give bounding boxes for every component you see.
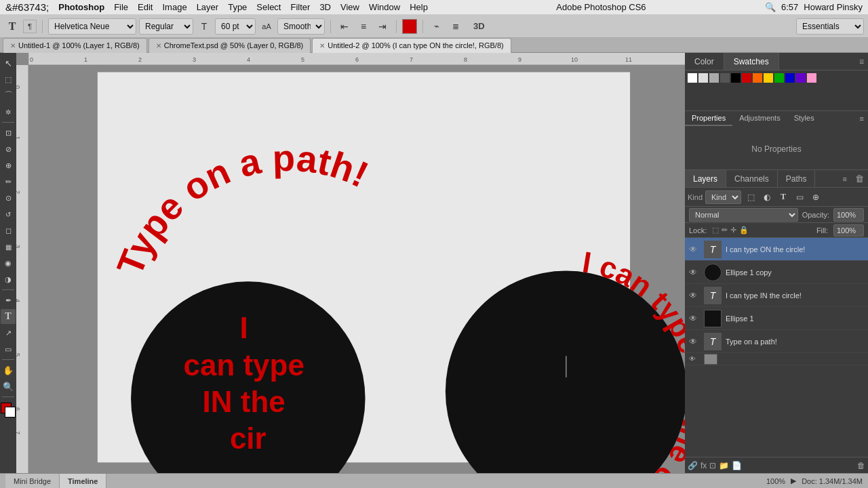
workspace-select[interactable]: Essentials xyxy=(796,18,864,35)
panel-menu-icon[interactable]: ≡ xyxy=(855,53,868,70)
menu-filter[interactable]: Filter xyxy=(290,2,310,12)
swatch-orange[interactable] xyxy=(753,73,762,83)
menu-layer[interactable]: Layer xyxy=(197,2,219,12)
tab-channels[interactable]: Channels xyxy=(726,170,778,187)
tab-timeline[interactable]: Timeline xyxy=(60,474,106,489)
new-layer-icon[interactable]: 📄 xyxy=(732,461,742,470)
tab-styles[interactable]: Styles xyxy=(787,111,821,126)
menu-view[interactable]: View xyxy=(340,2,359,12)
toggle-char-para-icon[interactable]: ≣ xyxy=(448,18,464,35)
lasso-tool[interactable]: ⌒ xyxy=(1,88,16,103)
layer-item[interactable]: 👁 Ellipse 1 copy xyxy=(685,261,868,284)
tab-untitled1[interactable]: ✕ Untitled-1 @ 100% (Layer 1, RGB/8) xyxy=(3,38,147,53)
add-mask-icon[interactable]: ⊡ xyxy=(709,461,716,470)
text-tool-icon[interactable]: T xyxy=(4,18,20,35)
menu-type[interactable]: Type xyxy=(228,2,247,12)
align-right-icon[interactable]: ⇥ xyxy=(374,18,391,35)
filter-smart-icon[interactable]: ⊕ xyxy=(809,190,823,204)
marquee-tool[interactable]: ⬚ xyxy=(1,72,16,87)
layer-visibility-4[interactable]: 👁 xyxy=(689,337,700,346)
swatch-white[interactable] xyxy=(688,73,697,83)
history-tool[interactable]: ↺ xyxy=(1,207,16,222)
lock-image-icon[interactable]: ✏ xyxy=(722,226,728,235)
kind-select[interactable]: Kind xyxy=(705,190,741,204)
align-left-icon[interactable]: ⇤ xyxy=(336,18,353,35)
swatch-darkgray[interactable] xyxy=(720,73,730,83)
layers-menu-icon[interactable]: ≡ xyxy=(839,175,851,183)
swatch-red[interactable] xyxy=(742,73,751,83)
background-color[interactable] xyxy=(5,407,16,418)
opacity-input[interactable] xyxy=(833,208,864,222)
document-canvas[interactable]: Type on a path! I can type IN the cir xyxy=(28,65,685,473)
menu-edit[interactable]: Edit xyxy=(138,2,153,12)
font-size-select[interactable]: 60 pt xyxy=(215,18,256,35)
swatch-blue[interactable] xyxy=(785,73,795,83)
blur-tool[interactable]: ◉ xyxy=(1,256,16,270)
swatch-black[interactable] xyxy=(731,73,741,83)
lock-all-icon[interactable]: 🔒 xyxy=(739,226,749,235)
tab-close-chrometext[interactable]: ✕ xyxy=(156,42,161,49)
add-style-icon[interactable]: fx xyxy=(701,461,707,470)
status-arrow[interactable]: ▶ xyxy=(791,476,796,485)
text-tool[interactable]: T xyxy=(1,309,16,324)
filter-shape-icon[interactable]: ▭ xyxy=(793,190,806,204)
swatch-lightgray[interactable] xyxy=(698,73,708,83)
layer-item[interactable]: 👁 T I can type IN the circle! xyxy=(685,284,868,307)
shape-tool[interactable]: ▭ xyxy=(1,342,16,357)
tab-close-untitled2[interactable]: ✕ xyxy=(319,42,325,49)
color-chips[interactable] xyxy=(1,403,16,418)
tab-close-untitled1[interactable]: ✕ xyxy=(10,42,16,49)
tab-layers[interactable]: Layers xyxy=(685,170,726,187)
tab-untitled2[interactable]: ✕ Untitled-2 @ 100% (I can type ON the c… xyxy=(312,38,511,53)
layer-visibility-0[interactable]: 👁 xyxy=(689,245,700,254)
blend-mode-select[interactable]: Normal xyxy=(689,208,798,222)
search-icon[interactable]: 🔍 xyxy=(765,2,776,12)
align-center-icon[interactable]: ≡ xyxy=(355,18,372,35)
swatch-purple[interactable] xyxy=(796,73,806,83)
filter-adjust-icon[interactable]: ◐ xyxy=(760,190,774,204)
faux-bold-icon[interactable]: aA xyxy=(258,18,275,35)
menu-3d[interactable]: 3D xyxy=(319,2,331,12)
zoom-tool[interactable]: 🔍 xyxy=(1,379,16,394)
delete-layer-icon[interactable]: 🗑 xyxy=(851,174,868,184)
hand-tool[interactable]: ✋ xyxy=(1,363,16,378)
tab-chrometext[interactable]: ✕ ChromeText.psd @ 50% (Layer 0, RGB/8) xyxy=(149,38,311,53)
menu-window[interactable]: Window xyxy=(369,2,400,12)
layer-item[interactable]: 👁 Ellipse 1 xyxy=(685,307,868,330)
tab-paths[interactable]: Paths xyxy=(778,170,816,187)
filter-type-icon[interactable]: T xyxy=(776,190,790,204)
apple-menu[interactable]: &#63743; xyxy=(5,1,49,13)
font-family-select[interactable]: Helvetica Neue xyxy=(48,18,136,35)
eyedropper-tool[interactable]: ⊘ xyxy=(1,142,16,157)
swatch-pink[interactable] xyxy=(807,73,816,83)
tab-swatches[interactable]: Swatches xyxy=(724,53,779,70)
link-layers-icon[interactable]: 🔗 xyxy=(688,461,698,470)
menu-photoshop[interactable]: Photoshop xyxy=(58,2,104,12)
stamp-tool[interactable]: ⊙ xyxy=(1,190,16,205)
new-group-icon[interactable]: 📁 xyxy=(719,461,729,470)
tab-color[interactable]: Color xyxy=(685,53,724,70)
delete-layer-btn[interactable]: 🗑 xyxy=(857,461,865,470)
healing-tool[interactable]: ⊕ xyxy=(1,158,16,173)
layer-visibility-2[interactable]: 👁 xyxy=(689,291,700,300)
dodge-tool[interactable]: ◑ xyxy=(1,272,16,287)
gradient-tool[interactable]: ▦ xyxy=(1,239,16,254)
text-color-swatch[interactable] xyxy=(402,19,417,34)
tab-adjustments[interactable]: Adjustments xyxy=(732,111,787,126)
tab-properties[interactable]: Properties xyxy=(685,111,732,126)
tab-mini-bridge[interactable]: Mini Bridge xyxy=(5,474,60,489)
path-select-tool[interactable]: ↗ xyxy=(1,325,16,340)
properties-menu-icon[interactable]: ≡ xyxy=(856,111,868,126)
filter-pixel-icon[interactable]: ⬚ xyxy=(744,190,757,204)
swatch-green[interactable] xyxy=(774,73,784,83)
lock-position-icon[interactable]: ✛ xyxy=(730,226,736,235)
layer-item-partial[interactable]: 👁 xyxy=(685,353,868,365)
warp-text-icon[interactable]: ⌁ xyxy=(429,18,445,35)
eraser-tool[interactable]: ◻ xyxy=(1,223,16,238)
layer-item[interactable]: 👁 T I can type ON the circle! xyxy=(685,238,868,261)
antialiasing-select[interactable]: Smooth xyxy=(277,18,325,35)
brush-tool[interactable]: ✏ xyxy=(1,174,16,189)
layer-visibility-3[interactable]: 👁 xyxy=(689,314,700,323)
lock-transparent-icon[interactable]: ⬚ xyxy=(712,226,719,235)
menu-file[interactable]: File xyxy=(114,2,128,12)
